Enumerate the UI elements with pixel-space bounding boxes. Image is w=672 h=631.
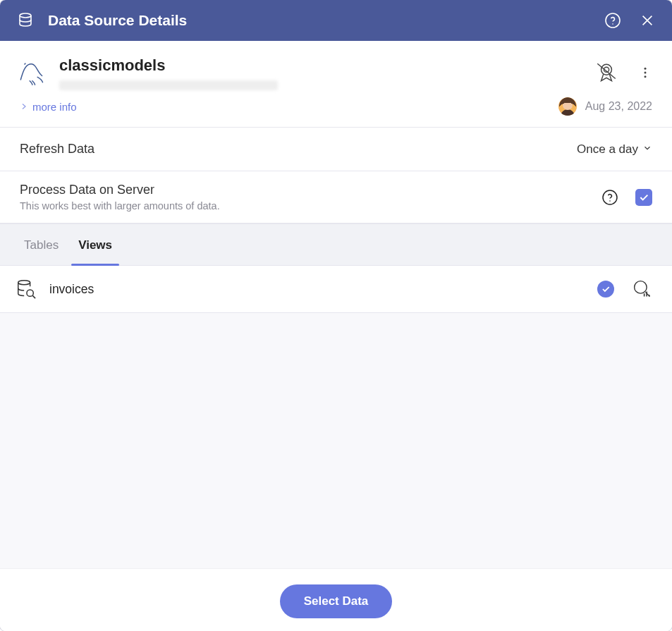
refresh-frequency-value: Once a day [577, 142, 638, 157]
view-row[interactable]: invoices [0, 266, 672, 313]
source-name: classicmodels [59, 56, 278, 75]
tab-views[interactable]: Views [68, 224, 122, 265]
view-selected-check-icon[interactable] [597, 281, 614, 298]
source-connection-string-redacted [59, 80, 278, 90]
refresh-frequency-dropdown[interactable]: Once a day [577, 142, 652, 157]
view-name: invoices [49, 282, 94, 297]
preview-chart-icon[interactable] [633, 279, 652, 299]
select-data-button[interactable]: Select Data [280, 584, 393, 618]
data-source-details-modal: Data Source Details [0, 0, 672, 631]
svg-point-3 [601, 64, 612, 75]
svg-point-0 [20, 13, 31, 18]
more-menu-icon[interactable] [638, 66, 652, 80]
chevron-down-icon [642, 142, 652, 157]
svg-point-1 [606, 13, 620, 27]
mysql-logo-icon [16, 56, 47, 87]
svg-point-9 [558, 97, 577, 116]
database-icon [17, 12, 34, 29]
svg-point-2 [612, 23, 613, 25]
svg-point-12 [603, 190, 617, 204]
tabs-bar: Tables Views [0, 223, 672, 266]
author-avatar[interactable] [558, 97, 577, 116]
process-on-server-checkbox[interactable] [635, 189, 652, 206]
views-empty-area [0, 313, 672, 568]
svg-point-11 [564, 102, 570, 108]
close-icon[interactable] [640, 13, 655, 28]
database-search-icon [16, 278, 37, 300]
modal-title: Data Source Details [48, 12, 590, 29]
process-on-server-sub: This works best with larger amounts of d… [20, 200, 220, 212]
svg-point-6 [644, 68, 647, 70]
refresh-data-row: Refresh Data Once a day [0, 128, 672, 171]
process-on-server-label: Process Data on Server [20, 183, 220, 197]
tab-tables[interactable]: Tables [14, 224, 68, 265]
svg-point-10 [563, 101, 572, 109]
svg-point-15 [27, 290, 33, 296]
modal-header: Data Source Details [0, 0, 672, 41]
more-info-label: more info [32, 101, 77, 113]
source-title-block: classicmodels [59, 56, 278, 90]
svg-point-8 [644, 75, 647, 78]
help-icon[interactable] [604, 12, 621, 29]
svg-point-14 [18, 281, 30, 285]
svg-point-16 [635, 281, 647, 294]
info-row: more info Aug 23, 2022 [0, 97, 672, 128]
svg-point-13 [609, 200, 611, 202]
modal-footer: Select Data [0, 568, 672, 631]
source-header-row: classicmodels [0, 41, 672, 97]
svg-point-7 [644, 72, 647, 74]
last-modified-date: Aug 23, 2022 [585, 100, 652, 113]
more-info-link[interactable]: more info [20, 101, 77, 113]
help-icon[interactable] [601, 189, 618, 206]
refresh-data-label: Refresh Data [20, 142, 94, 157]
process-on-server-row: Process Data on Server This works best w… [0, 171, 672, 223]
svg-line-5 [597, 63, 616, 78]
award-off-icon[interactable] [594, 61, 618, 85]
